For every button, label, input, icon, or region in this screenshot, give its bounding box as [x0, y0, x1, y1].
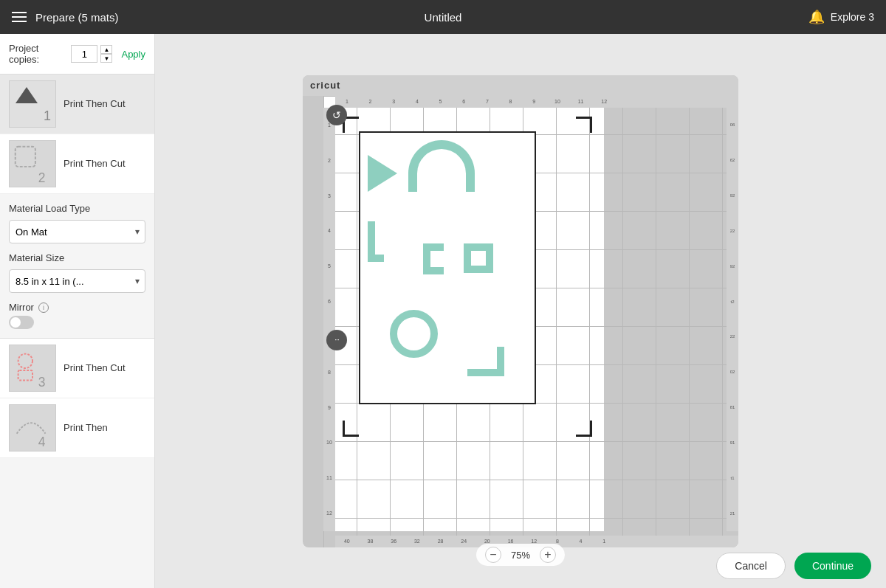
footer-buttons: Cancel Continue [701, 544, 886, 588]
copies-up-button[interactable]: ▲ [100, 45, 112, 54]
svg-rect-0 [10, 141, 55, 187]
ruler-left: 1 2 3 4 5 6 7 8 9 10 11 12 [323, 108, 335, 531]
project-copies-row: Project copies: ▲ ▼ Apply [0, 34, 154, 75]
svg-rect-3 [10, 345, 55, 391]
mat-item-2[interactable]: 2 Print Then Cut [0, 134, 154, 194]
page-title: Untitled [425, 11, 462, 24]
thumb-4-svg: 4 [10, 404, 55, 452]
ruler-right: 06 62 92 22 92 t2 22 02 81 91 t1 21 [727, 108, 738, 531]
shape-arch [408, 140, 475, 192]
mat-thumbnail-1: 1 [9, 80, 56, 128]
mat-header: cricut [303, 75, 738, 96]
copies-down-button[interactable]: ▼ [100, 54, 112, 63]
mirror-row: Mirror i [9, 302, 145, 313]
shape-bracket-bottom [467, 347, 504, 376]
rotate-button[interactable]: ↺ [326, 105, 347, 125]
header: Prepare (5 mats) Untitled 🔔 Explore 3 [0, 0, 886, 34]
thumb-3-svg: 3 [10, 345, 55, 392]
cricut-logo: cricut [310, 80, 340, 91]
svg-text:2: 2 [38, 170, 46, 185]
copies-arrows: ▲ ▼ [100, 45, 112, 63]
svg-rect-7 [10, 405, 55, 451]
menu-icon[interactable] [12, 12, 27, 22]
apply-button[interactable]: Apply [121, 49, 145, 60]
app-title: Prepare (5 mats) [35, 11, 119, 24]
svg-text:4: 4 [38, 435, 46, 449]
machine-label: Explore 3 [831, 11, 874, 23]
mat-label-4: Print Then [63, 421, 108, 435]
header-right: 🔔 Explore 3 [808, 9, 874, 25]
svg-text:3: 3 [38, 375, 46, 390]
cancel-button[interactable]: Cancel [716, 553, 786, 579]
shape-bracket-c [423, 243, 444, 274]
mat-item-1[interactable]: 1 Print Then Cut [0, 75, 154, 134]
shape-circle [390, 310, 438, 358]
mat-thumbnail-3: 3 [9, 345, 56, 392]
shape-square-frame [464, 243, 493, 273]
material-size-select[interactable]: 8.5 in x 11 in (... 12 in x 12 in 12 in … [9, 269, 145, 293]
more-options-button[interactable]: ··· [326, 330, 347, 350]
continue-button[interactable]: Continue [794, 553, 871, 579]
shape-l [368, 221, 384, 262]
main-layout: Project copies: ▲ ▼ Apply 1 Print Then C… [0, 34, 886, 588]
mirror-toggle[interactable] [9, 316, 34, 329]
shape-triangle [368, 155, 397, 192]
mat-thumbnail-2: 2 [9, 140, 56, 187]
header-left: Prepare (5 mats) [12, 11, 119, 24]
mat-container: cricut 1 2 3 4 5 6 7 8 [303, 75, 738, 547]
copies-input[interactable] [71, 45, 97, 63]
canvas-area: cricut 1 2 3 4 5 6 7 8 [155, 34, 886, 588]
material-load-type-label: Material Load Type [9, 203, 145, 214]
zoom-in-button[interactable]: + [540, 547, 556, 563]
thumb-2-svg: 2 [10, 140, 55, 187]
project-copies-label: Project copies: [9, 43, 65, 65]
sidebar: Project copies: ▲ ▼ Apply 1 Print Then C… [0, 34, 155, 588]
info-icon[interactable]: i [38, 302, 49, 313]
mat-label-1: Print Then Cut [63, 97, 126, 111]
mirror-label: Mirror [9, 302, 34, 313]
material-load-select[interactable]: On Mat Without Mat [9, 220, 145, 243]
bell-icon: 🔔 [808, 9, 825, 25]
mat-thumbnail-4: 4 [9, 404, 56, 452]
material-settings: Material Load Type On Mat Without Mat Ma… [0, 194, 154, 339]
material-size-select-wrap: 8.5 in x 11 in (... 12 in x 12 in 12 in … [9, 269, 145, 293]
ruler-top: 1 2 3 4 5 6 7 8 9 10 11 12 [335, 96, 738, 108]
mat-label-2: Print Then Cut [63, 157, 126, 170]
mat-item-3[interactable]: 3 Print Then Cut [0, 339, 154, 398]
mat-item-4[interactable]: 4 Print Then [0, 398, 154, 458]
mat-label-3: Print Then Cut [63, 362, 126, 375]
zoom-out-button[interactable]: − [485, 547, 501, 563]
mat-board: cricut 1 2 3 4 5 6 7 8 [303, 75, 738, 547]
copies-input-wrap: ▲ ▼ [71, 45, 112, 63]
material-size-label: Material Size [9, 252, 145, 263]
zoom-level: 75% [507, 550, 534, 561]
cut-content-border [359, 131, 536, 404]
material-load-select-wrap: On Mat Without Mat [9, 220, 145, 243]
zoom-controls: − 75% + [476, 544, 565, 566]
